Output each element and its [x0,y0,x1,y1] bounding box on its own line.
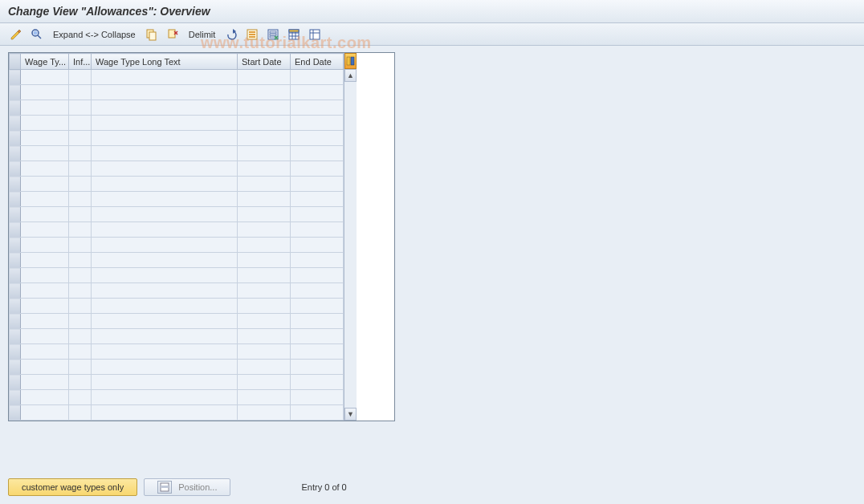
table-row[interactable] [10,314,344,329]
row-selector[interactable] [10,344,21,360]
configure-columns-button[interactable] [344,53,357,69]
table-row[interactable] [10,131,344,146]
row-selector[interactable] [10,375,21,390]
table-cell[interactable] [238,70,291,85]
table-row[interactable] [10,390,344,405]
undo-button[interactable] [222,26,241,43]
table-cell[interactable] [92,146,238,161]
table-cell[interactable] [92,100,238,116]
table-cell[interactable] [92,70,238,85]
table-settings-button[interactable] [284,26,304,43]
table-cell[interactable] [238,390,291,405]
column-header[interactable]: End Date [291,54,344,70]
table-row[interactable] [10,192,344,207]
table-cell[interactable] [21,283,69,299]
table-cell[interactable] [92,131,238,146]
table-cell[interactable] [238,314,291,329]
table-cell[interactable] [21,253,69,268]
table-cell[interactable] [291,238,344,253]
row-selector[interactable] [10,329,21,344]
copy-button[interactable] [142,26,161,43]
table-row[interactable] [10,100,344,116]
table-cell[interactable] [69,146,92,161]
row-selector[interactable] [10,360,21,375]
table-cell[interactable] [92,161,238,177]
table-cell[interactable] [291,116,344,131]
table-row[interactable] [10,360,344,375]
table-cell[interactable] [291,207,344,222]
table-cell[interactable] [291,405,344,421]
table-cell[interactable] [291,283,344,299]
table-cell[interactable] [291,253,344,268]
table-row[interactable] [10,253,344,268]
table-cell[interactable] [238,283,291,299]
table-cell[interactable] [21,314,69,329]
table-cell[interactable] [21,70,69,85]
row-selector[interactable] [10,314,21,329]
table-cell[interactable] [92,283,238,299]
table-cell[interactable] [291,314,344,329]
table-cell[interactable] [69,192,92,207]
table-cell[interactable] [92,268,238,283]
table-cell[interactable] [92,207,238,222]
table-row[interactable] [10,299,344,314]
table-cell[interactable] [69,238,92,253]
data-table[interactable]: Wage Ty...Inf...Wage Type Long TextStart… [9,53,344,421]
table-cell[interactable] [238,253,291,268]
row-selector[interactable] [10,161,21,177]
table-cell[interactable] [69,314,92,329]
table-cell[interactable] [238,344,291,360]
table-cell[interactable] [238,360,291,375]
row-selector-header[interactable] [10,54,21,70]
table-cell[interactable] [21,222,69,238]
table-row[interactable] [10,238,344,253]
table-cell[interactable] [291,131,344,146]
table-cell[interactable] [92,375,238,390]
table-cell[interactable] [92,405,238,421]
table-row[interactable] [10,222,344,238]
table-cell[interactable] [69,268,92,283]
table-cell[interactable] [238,192,291,207]
table-cell[interactable] [92,299,238,314]
table-cell[interactable] [21,207,69,222]
row-selector[interactable] [10,177,21,192]
table-cell[interactable] [238,85,291,100]
table-cell[interactable] [291,360,344,375]
delimit-label[interactable]: Delimit [184,30,221,39]
table-cell[interactable] [291,299,344,314]
table-cell[interactable] [291,390,344,405]
row-selector[interactable] [10,238,21,253]
table-cell[interactable] [291,100,344,116]
table-row[interactable] [10,70,344,85]
table-cell[interactable] [69,161,92,177]
table-cell[interactable] [238,299,291,314]
scroll-track[interactable] [344,82,357,408]
table-cell[interactable] [69,131,92,146]
table-cell[interactable] [291,85,344,100]
table-cell[interactable] [92,116,238,131]
table-cell[interactable] [291,329,344,344]
table-cell[interactable] [238,238,291,253]
table-row[interactable] [10,375,344,390]
column-header[interactable]: Start Date [238,54,291,70]
table-cell[interactable] [21,360,69,375]
table-cell[interactable] [92,85,238,100]
table-cell[interactable] [291,177,344,192]
table-cell[interactable] [92,390,238,405]
scroll-down-button[interactable]: ▼ [344,408,357,421]
table-cell[interactable] [21,192,69,207]
table-cell[interactable] [69,375,92,390]
table-cell[interactable] [69,177,92,192]
row-selector[interactable] [10,192,21,207]
table-cell[interactable] [69,207,92,222]
details-button[interactable] [27,26,47,43]
print-button[interactable] [305,26,324,43]
table-cell[interactable] [291,161,344,177]
row-selector[interactable] [10,268,21,283]
table-cell[interactable] [92,192,238,207]
table-row[interactable] [10,146,344,161]
table-row[interactable] [10,116,344,131]
table-cell[interactable] [238,146,291,161]
table-cell[interactable] [21,85,69,100]
table-cell[interactable] [21,405,69,421]
